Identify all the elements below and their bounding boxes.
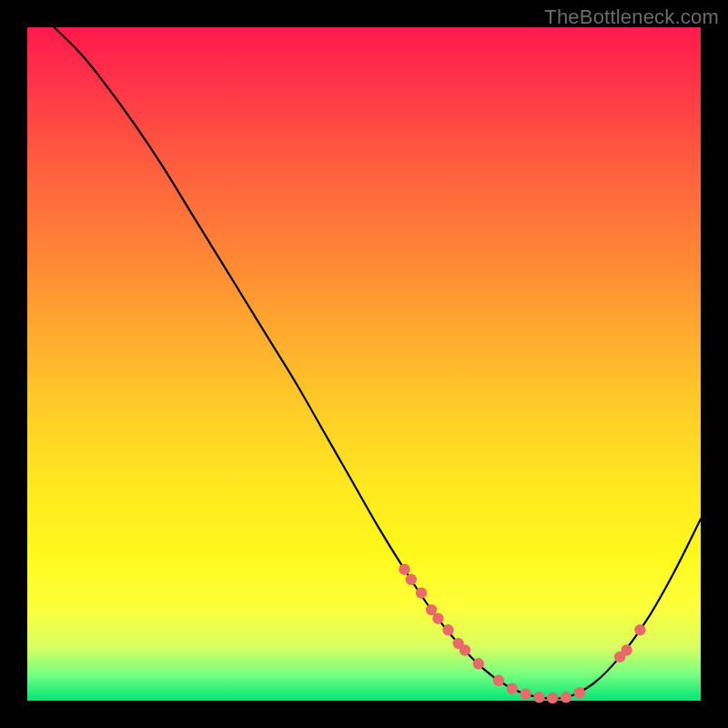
highlighted-points	[399, 564, 645, 704]
marker-point	[473, 658, 484, 669]
marker-point	[533, 692, 544, 703]
marker-point	[416, 587, 427, 598]
marker-point	[561, 692, 571, 703]
marker-point	[621, 644, 632, 655]
marker-point	[432, 613, 443, 624]
marker-point	[634, 624, 645, 635]
bottleneck-curve	[55, 27, 701, 699]
marker-point	[507, 682, 518, 693]
marker-point	[493, 675, 504, 686]
marker-point	[574, 687, 585, 698]
marker-point	[442, 624, 453, 635]
marker-point	[547, 693, 558, 703]
chart-svg	[27, 27, 701, 701]
chart-frame	[27, 27, 701, 701]
watermark-text: TheBottleneck.com	[544, 5, 719, 29]
marker-point	[399, 564, 410, 575]
marker-point	[520, 688, 531, 699]
marker-point	[406, 574, 417, 585]
marker-point	[460, 644, 470, 655]
